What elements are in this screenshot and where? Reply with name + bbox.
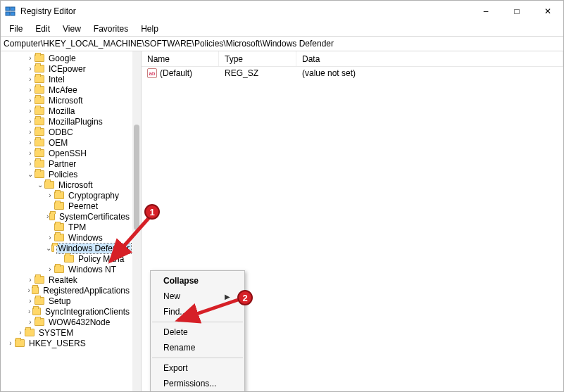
tree-node[interactable]: ›Intel <box>1 74 141 84</box>
chevron-right-icon[interactable]: › <box>26 128 35 136</box>
tree-node[interactable]: ⌄Microsoft <box>1 179 141 190</box>
chevron-down-icon[interactable]: ⌄ <box>36 181 44 189</box>
context-menu-item[interactable]: New▶ <box>151 289 244 304</box>
folder-icon <box>35 118 44 125</box>
tree-node[interactable]: ›Cryptography <box>1 190 141 201</box>
menu-separator <box>152 358 243 358</box>
maximize-button[interactable]: □ <box>501 1 532 22</box>
chevron-right-icon[interactable]: › <box>26 65 35 72</box>
context-menu-item[interactable]: Rename <box>151 340 244 355</box>
context-menu-item[interactable]: Export <box>151 360 244 376</box>
tree-node-label: TPM <box>67 222 87 232</box>
column-type[interactable]: Type <box>219 51 296 66</box>
svg-rect-3 <box>11 12 15 15</box>
tree-node[interactable]: ›SyncIntegrationClients <box>1 306 141 317</box>
folder-icon <box>15 339 25 347</box>
tree-node-label: SYSTEM <box>37 328 75 338</box>
tree-node[interactable]: ·TPM <box>1 222 141 232</box>
context-menu-label: Permissions... <box>163 379 216 388</box>
menu-file[interactable]: File <box>4 23 28 35</box>
tree-node[interactable]: ›OEM <box>1 137 141 148</box>
chevron-right-icon[interactable]: › <box>46 265 54 273</box>
tree-node-label: Realtek <box>47 275 79 285</box>
chevron-right-icon[interactable]: › <box>26 96 35 104</box>
tree-node[interactable]: ›Windows NT <box>1 264 141 274</box>
tree-node-label: SystemCertificates <box>58 212 131 222</box>
list-row[interactable]: ab (Default) REG_SZ (value not set) <box>142 67 563 80</box>
tree-node[interactable]: ›Microsoft <box>1 95 141 106</box>
tree-node[interactable]: ›SystemCertificates <box>1 211 141 222</box>
chevron-right-icon[interactable]: › <box>26 286 32 294</box>
tree-node[interactable]: ›Google <box>1 53 141 63</box>
tree-node-label: SyncIntegrationClients <box>44 307 131 317</box>
context-menu-item[interactable]: Permissions... <box>151 376 244 391</box>
chevron-right-icon[interactable]: › <box>26 75 35 83</box>
context-menu-label: New <box>163 291 180 301</box>
menu-help[interactable]: Help <box>135 23 164 35</box>
tree-scrollbar[interactable] <box>132 51 141 391</box>
chevron-right-icon[interactable]: › <box>26 86 35 94</box>
tree-node[interactable]: ›ICEpower <box>1 63 141 74</box>
chevron-right-icon[interactable]: › <box>26 276 35 284</box>
tree-node[interactable]: ·Peernet <box>1 201 141 211</box>
chevron-right-icon[interactable]: › <box>6 339 15 347</box>
tree-node[interactable]: ⌄Policies <box>1 169 141 179</box>
cell-data: (value not set) <box>296 68 563 78</box>
tree-node[interactable]: ›Setup <box>1 296 141 306</box>
registry-tree[interactable]: ›Google›ICEpower›Intel›McAfee›Microsoft›… <box>1 51 141 391</box>
chevron-right-icon[interactable]: › <box>26 118 35 125</box>
tree-node[interactable]: ›Realtek <box>1 274 141 285</box>
tree-node[interactable]: ⌄Windows Defender <box>1 243 141 253</box>
tree-node[interactable]: ›OpenSSH <box>1 148 141 158</box>
tree-node[interactable]: ›MozillaPlugins <box>1 116 141 127</box>
chevron-right-icon[interactable]: › <box>26 308 32 315</box>
chevron-down-icon[interactable]: ⌄ <box>26 170 35 178</box>
tree-pane: ›Google›ICEpower›Intel›McAfee›Microsoft›… <box>1 51 142 391</box>
tree-node[interactable]: ›Mozilla <box>1 106 141 116</box>
scrollbar-thumb[interactable] <box>134 125 139 230</box>
chevron-down-icon[interactable]: ⌄ <box>46 244 51 252</box>
chevron-right-icon[interactable]: › <box>26 54 35 62</box>
folder-icon <box>35 297 44 305</box>
tree-node-label: Windows <box>67 233 104 243</box>
tree-node[interactable]: ›McAfee <box>1 84 141 95</box>
tree-node[interactable]: ›Windows <box>1 232 141 243</box>
chevron-right-icon[interactable]: › <box>26 139 35 146</box>
column-data[interactable]: Data <box>296 51 563 66</box>
chevron-right-icon[interactable]: › <box>46 191 54 199</box>
chevron-right-icon[interactable]: › <box>46 234 54 241</box>
tree-node[interactable]: ›WOW6432Node <box>1 317 141 327</box>
tree-node-label: MozillaPlugins <box>47 117 104 127</box>
registry-editor-window: Registry Editor – □ ✕ File Edit View Fav… <box>0 0 564 392</box>
menu-edit[interactable]: Edit <box>30 23 56 35</box>
tree-node[interactable]: ·Policy Mana <box>1 253 141 264</box>
svg-rect-0 <box>6 7 10 11</box>
context-menu-item[interactable]: Find... <box>151 304 244 320</box>
folder-icon <box>35 149 44 157</box>
menu-favorites[interactable]: Favorites <box>88 23 134 35</box>
address-bar[interactable]: Computer\HKEY_LOCAL_MACHINE\SOFTWARE\Pol… <box>1 36 563 51</box>
chevron-right-icon[interactable]: › <box>16 329 25 336</box>
folder-icon <box>35 139 44 146</box>
folder-icon <box>54 191 64 199</box>
minimize-button[interactable]: – <box>470 1 501 22</box>
close-button[interactable]: ✕ <box>532 1 563 22</box>
context-menu-item[interactable]: Collapse <box>151 273 244 289</box>
chevron-right-icon[interactable]: › <box>26 297 35 305</box>
chevron-right-icon[interactable]: › <box>26 160 35 167</box>
tree-node-label: Microsoft <box>57 180 94 190</box>
column-name[interactable]: Name <box>142 51 219 66</box>
folder-icon <box>35 54 44 62</box>
tree-node[interactable]: ›SYSTEM <box>1 327 141 338</box>
context-menu-item[interactable]: Delete <box>151 324 244 340</box>
folder-icon <box>35 128 44 136</box>
chevron-right-icon[interactable]: › <box>26 107 35 115</box>
chevron-right-icon[interactable]: › <box>26 149 35 157</box>
tree-node[interactable]: ›RegisteredApplications <box>1 285 141 296</box>
chevron-right-icon[interactable]: › <box>26 318 35 326</box>
menu-view[interactable]: View <box>57 23 87 35</box>
tree-node[interactable]: ›ODBC <box>1 127 141 137</box>
tree-node[interactable]: ›HKEY_USERS <box>1 338 141 348</box>
tree-node[interactable]: ›Partner <box>1 158 141 169</box>
tree-node-label: McAfee <box>47 85 79 95</box>
